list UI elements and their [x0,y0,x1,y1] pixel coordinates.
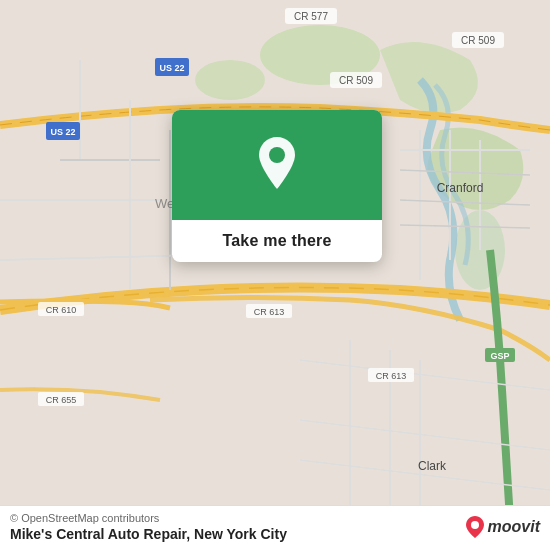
moovit-text: moovit [488,518,540,536]
svg-text:US 22: US 22 [50,127,75,137]
svg-text:GSP: GSP [490,351,509,361]
svg-text:CR 613: CR 613 [254,307,285,317]
svg-text:CR 509: CR 509 [461,35,495,46]
moovit-pin-icon [466,516,484,538]
take-me-there-button[interactable]: Take me there [222,232,331,250]
map-svg: CR 577 US 22 US 22 CR 509 CR 509 Cranfor… [0,0,550,550]
popup-green-area [172,110,382,220]
popup-card: Take me there [172,110,382,262]
svg-point-2 [195,60,265,100]
location-pin-icon [253,137,301,193]
location-title: Mike's Central Auto Repair, New York Cit… [10,526,540,542]
svg-text:CR 610: CR 610 [46,305,77,315]
svg-text:Cranford: Cranford [437,181,484,195]
svg-point-46 [269,147,285,163]
svg-text:CR 509: CR 509 [339,75,373,86]
svg-text:CR 577: CR 577 [294,11,328,22]
popup-button-area: Take me there [172,220,382,262]
svg-text:US 22: US 22 [159,63,184,73]
svg-text:CR 613: CR 613 [376,371,407,381]
svg-text:CR 655: CR 655 [46,395,77,405]
map-container: CR 577 US 22 US 22 CR 509 CR 509 Cranfor… [0,0,550,550]
moovit-logo: moovit [466,516,540,538]
attribution-text: © OpenStreetMap contributors [10,512,540,524]
svg-point-47 [471,521,479,529]
svg-text:Clark: Clark [418,459,447,473]
